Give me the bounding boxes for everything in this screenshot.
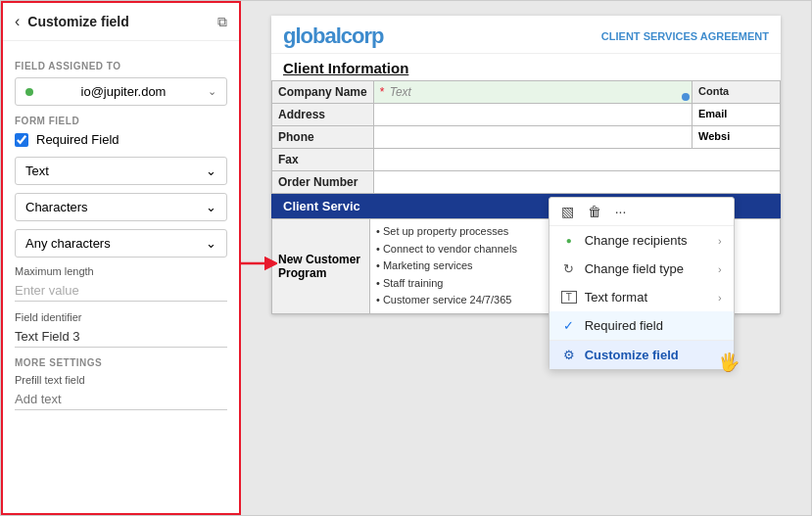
document: globalcorp CLIENT SERVICES AGREEMENT Cli… (271, 16, 781, 314)
address-field (373, 104, 692, 126)
contact-label: Conta (693, 81, 781, 104)
chevron-down-icon: ⌄ (206, 164, 216, 178)
text-format-item[interactable]: T Text format › (549, 283, 734, 311)
fax-field (373, 149, 780, 171)
table-row: Phone Websi (272, 126, 781, 149)
max-length-group: Maximum length (15, 265, 227, 302)
max-length-label: Maximum length (15, 265, 227, 277)
copy-icon[interactable]: ⧉ (217, 14, 227, 30)
required-field-checkbox[interactable] (15, 133, 28, 147)
text-type-value: Text (25, 164, 49, 178)
arrow-right-icon: › (718, 292, 722, 304)
field-identifier-value: Text Field 3 (15, 326, 227, 348)
panel-body: FIELD ASSIGNED TO io@jupiter.dom ⌄ FORM … (3, 41, 239, 513)
prefill-label: Prefill text field (15, 374, 227, 386)
refresh-icon: ↻ (561, 261, 577, 276)
client-info-title: Client Information (271, 54, 781, 80)
form-field-section-label: FORM FIELD (15, 116, 227, 126)
any-characters-value: Any characters (25, 236, 111, 251)
chevron-down-icon: ⌄ (206, 236, 216, 251)
website-col: Websi (693, 126, 781, 149)
change-recipients-label: Change recipients (585, 233, 688, 248)
client-info-table: Company Name * Text ▧ 🗑 (271, 80, 781, 194)
order-number-label: Order Number (272, 171, 374, 194)
table-row: Order Number (272, 171, 781, 194)
table-row: Company Name * Text ▧ 🗑 (272, 81, 781, 104)
field-identifier-group: Field identifier Text Field 3 (15, 311, 227, 348)
fax-label: Fax (272, 149, 374, 171)
new-customer-label: New CustomerProgram (272, 219, 370, 314)
table-row: Address Email (272, 104, 781, 126)
status-dot (25, 88, 33, 96)
grid-icon[interactable]: ▧ (561, 204, 574, 219)
cursor-icon: 🖐 (718, 352, 740, 373)
check-icon: ✓ (561, 318, 577, 333)
customize-field-label: Customize field (585, 348, 679, 362)
text-format-icon: T (561, 291, 577, 304)
more-options-icon[interactable]: ··· (615, 204, 627, 219)
panel-header: ‹ Customize field ⧉ (3, 3, 239, 41)
max-length-input[interactable] (15, 280, 227, 302)
required-field-row: Required Field (15, 132, 227, 147)
phone-label: Phone (272, 126, 374, 149)
characters-dropdown[interactable]: Characters ⌄ (15, 193, 227, 221)
client-services-label: CLIENT SERVICES AGREEMENT (601, 30, 769, 42)
field-assigned-section-label: FIELD ASSIGNED TO (15, 61, 227, 71)
form-field-section: FORM FIELD Required Field (15, 116, 227, 147)
doc-area: globalcorp CLIENT SERVICES AGREEMENT Cli… (241, 1, 811, 515)
company-name-label: Company Name (272, 81, 374, 104)
required-field-label: Required Field (36, 132, 119, 147)
logo-accent: corp (341, 23, 384, 48)
order-number-field (373, 171, 780, 194)
characters-value: Characters (25, 200, 88, 214)
context-menu: ▧ 🗑 ··· ● Change recipients › (549, 197, 735, 370)
main-container: ‹ Customize field ⧉ FIELD ASSIGNED TO io… (0, 0, 812, 516)
address-label: Address (272, 104, 374, 126)
arrow-right-icon: › (718, 235, 722, 247)
text-field-placeholder: Text (390, 85, 411, 99)
any-characters-dropdown[interactable]: Any characters ⌄ (15, 229, 227, 258)
field-assigned-dropdown[interactable]: io@jupiter.dom ⌄ (15, 77, 227, 106)
required-asterisk: * (380, 85, 385, 99)
company-name-field[interactable]: * Text ▧ 🗑 ··· (373, 81, 692, 104)
arrow-right-icon: › (718, 263, 722, 275)
table-row: Fax (272, 149, 781, 171)
right-panel: globalcorp CLIENT SERVICES AGREEMENT Cli… (241, 1, 811, 515)
chevron-down-icon: ⌄ (208, 85, 216, 98)
change-field-type-item[interactable]: ↻ Change field type › (549, 255, 734, 283)
field-assigned-value: io@jupiter.dom (81, 84, 167, 99)
field-identifier-label: Field identifier (15, 311, 227, 323)
doc-header: globalcorp CLIENT SERVICES AGREEMENT (271, 16, 781, 54)
more-settings-label: MORE SETTINGS (15, 357, 227, 368)
customize-field-item[interactable]: ⚙ Customize field 🖐 (549, 340, 734, 369)
back-button[interactable]: ‹ (15, 13, 20, 30)
phone-field (373, 126, 692, 149)
logo-main: global (283, 23, 341, 48)
text-type-dropdown[interactable]: Text ⌄ (15, 157, 227, 185)
field-handle (682, 93, 690, 101)
prefill-input[interactable] (15, 389, 227, 410)
chevron-down-icon: ⌄ (206, 200, 216, 214)
email-col: Email (693, 104, 781, 126)
prefill-group: Prefill text field (15, 374, 227, 410)
panel-title: Customize field (27, 14, 128, 29)
text-format-label: Text format (585, 290, 647, 305)
required-field-menu-label: Required field (585, 318, 663, 333)
required-field-item[interactable]: ✓ Required field (549, 311, 734, 340)
context-menu-toolbar: ▧ 🗑 ··· (549, 198, 734, 226)
change-recipients-item[interactable]: ● Change recipients › (549, 226, 734, 255)
change-field-type-label: Change field type (585, 261, 684, 276)
company-logo: globalcorp (283, 23, 383, 49)
green-dot-icon: ● (561, 235, 577, 246)
customize-icon: ⚙ (561, 348, 577, 362)
left-panel: ‹ Customize field ⧉ FIELD ASSIGNED TO io… (1, 1, 241, 515)
delete-icon[interactable]: 🗑 (588, 204, 601, 219)
